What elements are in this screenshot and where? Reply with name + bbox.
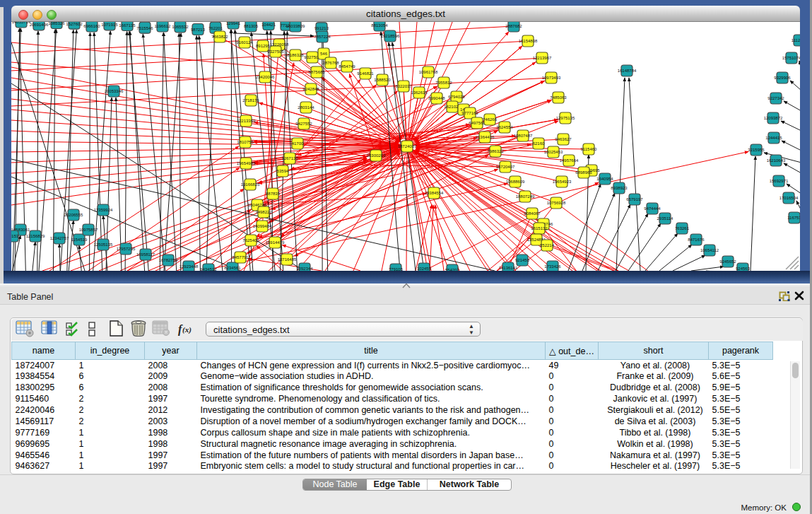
svg-text:3498222: 3498222 <box>255 210 272 214</box>
svg-text:10756928: 10756928 <box>547 201 566 205</box>
svg-text:12213369: 12213369 <box>237 119 256 123</box>
svg-text:12975135: 12975135 <box>556 116 575 120</box>
svg-text:10975857: 10975857 <box>79 228 98 232</box>
svg-text:762201: 762201 <box>208 26 223 30</box>
svg-text:9084067: 9084067 <box>524 211 541 216</box>
svg-text:8471676: 8471676 <box>688 238 705 242</box>
svg-text:2887682: 2887682 <box>505 24 522 28</box>
svg-text:1588520: 1588520 <box>374 78 391 82</box>
svg-text:1065532: 1065532 <box>172 25 189 29</box>
svg-text:3267130: 3267130 <box>281 156 298 160</box>
svg-text:16148784: 16148784 <box>618 69 637 73</box>
svg-text:25300203: 25300203 <box>367 153 386 158</box>
svg-text:1733426: 1733426 <box>544 264 561 269</box>
svg-text:3624554: 3624554 <box>496 125 513 129</box>
svg-text:10961768: 10961768 <box>419 70 438 74</box>
svg-text:9463627: 9463627 <box>555 137 572 141</box>
svg-text:6898965: 6898965 <box>575 170 592 175</box>
svg-text:16782759: 16782759 <box>159 258 178 262</box>
svg-text:15720407: 15720407 <box>496 165 515 169</box>
svg-text:7515546: 7515546 <box>136 26 153 30</box>
svg-text:9227342: 9227342 <box>767 96 784 100</box>
svg-text:8990448: 8990448 <box>428 96 445 100</box>
svg-text:12342757: 12342757 <box>50 236 69 240</box>
svg-text:9777169: 9777169 <box>461 111 478 115</box>
svg-text:2876768: 2876768 <box>322 61 339 65</box>
svg-text:1362615: 1362615 <box>411 90 428 95</box>
svg-text:8234561: 8234561 <box>224 266 241 270</box>
svg-text:7986322: 7986322 <box>487 149 504 153</box>
svg-text:16154808: 16154808 <box>519 39 538 43</box>
svg-text:746266: 746266 <box>483 117 498 122</box>
svg-text:7857224: 7857224 <box>314 35 331 39</box>
svg-text:20053346: 20053346 <box>105 89 124 93</box>
svg-text:14957664: 14957664 <box>560 158 579 163</box>
svg-text:10688609: 10688609 <box>506 180 525 184</box>
svg-text:17359924: 17359924 <box>94 208 113 212</box>
svg-text:19654985: 19654985 <box>237 161 256 165</box>
svg-text:13716485: 13716485 <box>278 257 297 262</box>
svg-text:8454749: 8454749 <box>339 64 355 69</box>
svg-text:15692971: 15692971 <box>770 179 789 183</box>
svg-text:10654112: 10654112 <box>700 248 719 252</box>
svg-text:19654923: 19654923 <box>553 180 572 184</box>
svg-text:763261: 763261 <box>675 226 690 230</box>
svg-text:10025453: 10025453 <box>544 150 563 154</box>
svg-text:12505135: 12505135 <box>94 243 113 247</box>
svg-text:7663822: 7663822 <box>211 35 228 39</box>
svg-text:2935114: 2935114 <box>657 216 674 221</box>
svg-text:1615132: 1615132 <box>531 226 548 230</box>
svg-text:991213: 991213 <box>314 26 329 30</box>
svg-text:987213: 987213 <box>191 28 206 32</box>
svg-text:881305: 881305 <box>244 24 259 28</box>
svg-text:14099484: 14099484 <box>253 224 272 228</box>
svg-text:12093872: 12093872 <box>764 116 783 120</box>
svg-text:252214: 252214 <box>540 243 555 247</box>
svg-text:15751074: 15751074 <box>782 56 800 60</box>
svg-text:53594: 53594 <box>277 169 289 173</box>
svg-text:19384554: 19384554 <box>425 191 444 195</box>
svg-text:1640954: 1640954 <box>596 177 613 181</box>
svg-text:9160124: 9160124 <box>236 40 253 45</box>
svg-text:(x): (x) <box>182 325 192 334</box>
svg-text:23420046: 23420046 <box>256 75 275 79</box>
svg-text:7485063: 7485063 <box>550 95 567 100</box>
svg-text:41700: 41700 <box>292 141 304 146</box>
svg-text:10958117: 10958117 <box>136 252 155 257</box>
svg-text:5875685: 5875685 <box>308 70 325 74</box>
svg-text:39153: 39153 <box>11 234 19 238</box>
svg-text:9242848: 9242848 <box>302 87 319 91</box>
svg-text:10973493: 10973493 <box>542 76 561 80</box>
svg-text:2718176: 2718176 <box>242 98 259 103</box>
svg-text:20691406: 20691406 <box>30 23 49 27</box>
svg-text:62160: 62160 <box>533 141 545 146</box>
svg-text:9146821: 9146821 <box>357 71 374 76</box>
svg-text:891295: 891295 <box>256 44 271 48</box>
svg-text:7955812: 7955812 <box>435 81 452 85</box>
svg-text:8186328: 8186328 <box>287 53 304 57</box>
svg-text:9329906: 9329906 <box>774 76 791 80</box>
svg-text:3215955: 3215955 <box>748 148 765 152</box>
svg-text:18807249: 18807249 <box>516 194 535 199</box>
svg-text:1071915: 1071915 <box>101 23 118 27</box>
svg-text:129941: 129941 <box>226 22 241 25</box>
svg-text:9115460: 9115460 <box>581 147 598 151</box>
svg-text:16033809: 16033809 <box>286 24 305 28</box>
svg-text:116753: 116753 <box>787 216 800 220</box>
svg-text:8813054: 8813054 <box>371 23 388 28</box>
svg-text:1244415: 1244415 <box>765 136 782 140</box>
svg-text:12923448: 12923448 <box>180 264 199 269</box>
svg-text:6794028: 6794028 <box>448 95 465 99</box>
svg-text:546: 546 <box>320 52 328 56</box>
svg-text:9327505: 9327505 <box>267 49 284 54</box>
svg-text:7625402: 7625402 <box>242 238 259 243</box>
svg-text:1810755: 1810755 <box>237 140 254 144</box>
svg-text:1154519: 1154519 <box>71 238 88 242</box>
svg-text:14136141: 14136141 <box>499 266 518 270</box>
svg-text:9245652: 9245652 <box>719 259 736 264</box>
svg-text:19218596: 19218596 <box>381 34 400 38</box>
svg-text:1112541: 1112541 <box>792 38 800 42</box>
svg-text:16914479: 16914479 <box>266 240 285 245</box>
svg-text:104421: 104421 <box>261 23 276 27</box>
svg-text:18724007: 18724007 <box>398 144 417 148</box>
